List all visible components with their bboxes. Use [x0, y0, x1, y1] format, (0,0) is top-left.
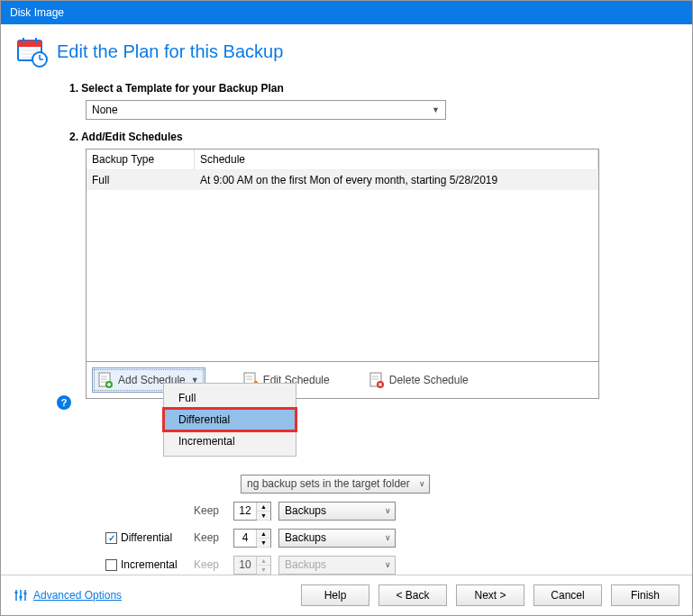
finish-button[interactable]: Finish: [611, 584, 679, 606]
table-row[interactable]: Full At 9:00 AM on the first Mon of ever…: [87, 170, 598, 190]
template-select[interactable]: None ▼: [86, 100, 446, 120]
back-button[interactable]: < Back: [378, 584, 447, 606]
svg-rect-29: [15, 592, 18, 593]
diff-keep-value[interactable]: [234, 530, 256, 547]
delete-doc-icon: [369, 372, 384, 388]
window-title: Disk Image: [10, 6, 64, 19]
calendar-clock-icon: [15, 35, 48, 68]
sliders-icon: [14, 588, 28, 602]
advanced-options-link[interactable]: Advanced Options: [14, 588, 122, 602]
delete-schedule-label: Delete Schedule: [389, 374, 469, 386]
inc-unit-value: Backups: [285, 558, 326, 571]
full-unit-select[interactable]: Backups ∨: [278, 502, 396, 521]
full-keep-spinner[interactable]: ▲▼: [233, 502, 271, 521]
keep-label: Keep: [194, 504, 226, 517]
page-header: Edit the Plan for this Backup: [15, 35, 678, 68]
col-schedule[interactable]: Schedule: [195, 149, 598, 169]
inc-keep-value: [234, 557, 256, 574]
inc-keep-spinner: ▲▼: [233, 556, 271, 575]
add-schedule-menu: Full Differential Incremental: [163, 383, 296, 457]
svg-rect-31: [24, 593, 27, 594]
template-value: None: [92, 104, 118, 116]
cancel-button[interactable]: Cancel: [533, 584, 602, 606]
diff-keep-spinner[interactable]: ▲▼: [233, 529, 271, 548]
menu-item-differential[interactable]: Differential: [164, 409, 296, 430]
advanced-options-label: Advanced Options: [33, 589, 122, 602]
inc-unit-select: Backups ∨: [278, 556, 396, 575]
help-icon[interactable]: ?: [57, 395, 71, 410]
differential-label: Differential: [105, 531, 187, 544]
keep-label: Keep: [194, 531, 226, 544]
chevron-down-icon: ▼: [432, 105, 440, 114]
spin-down[interactable]: ▼: [257, 512, 270, 521]
full-keep-value[interactable]: [234, 503, 256, 520]
differential-checkbox[interactable]: [105, 532, 117, 544]
svg-rect-1: [18, 41, 41, 47]
delete-schedule-button[interactable]: Delete Schedule: [368, 368, 470, 392]
table-header: Backup Type Schedule: [87, 149, 598, 170]
title-bar: Disk Image: [1, 1, 692, 24]
incremental-checkbox[interactable]: [105, 559, 117, 571]
step2-label: 2. Add/Edit Schedules: [69, 131, 678, 143]
menu-item-full[interactable]: Full: [164, 387, 296, 409]
diff-unit-value: Backups: [285, 531, 326, 544]
spin-down: ▼: [257, 566, 270, 575]
cell-type: Full: [87, 170, 195, 190]
svg-rect-30: [20, 596, 23, 598]
incremental-label: Incremental: [105, 558, 187, 571]
page-title: Edit the Plan for this Backup: [57, 41, 283, 62]
diff-unit-select[interactable]: Backups ∨: [278, 529, 396, 548]
full-unit-value: Backups: [285, 504, 326, 517]
step1-label: 1. Select a Template for your Backup Pla…: [69, 82, 678, 95]
storage-mode-select[interactable]: ng backup sets in the target folder ∨: [241, 475, 430, 494]
schedule-table: Backup Type Schedule Full At 9:00 AM on …: [86, 149, 599, 399]
spin-up[interactable]: ▲: [257, 503, 270, 512]
keep-label: Keep: [194, 558, 226, 571]
spin-down[interactable]: ▼: [257, 539, 270, 548]
footer: Advanced Options Help < Back Next > Canc…: [1, 575, 692, 615]
spin-up: ▲: [257, 557, 270, 566]
add-doc-icon: [98, 372, 113, 388]
table-body-empty: [87, 190, 598, 361]
cell-schedule: At 9:00 AM on the first Mon of every mon…: [195, 170, 598, 190]
menu-item-incremental[interactable]: Incremental: [164, 430, 296, 452]
chevron-down-icon: ∨: [419, 479, 425, 488]
chevron-down-icon: ∨: [385, 506, 391, 515]
help-button[interactable]: Help: [301, 584, 369, 606]
next-button[interactable]: Next >: [456, 584, 524, 606]
chevron-down-icon: ∨: [385, 560, 391, 569]
col-backup-type[interactable]: Backup Type: [87, 149, 195, 169]
chevron-down-icon: ∨: [385, 533, 391, 542]
spin-up[interactable]: ▲: [257, 530, 270, 539]
storage-mode-value: ng backup sets in the target folder: [247, 477, 410, 490]
